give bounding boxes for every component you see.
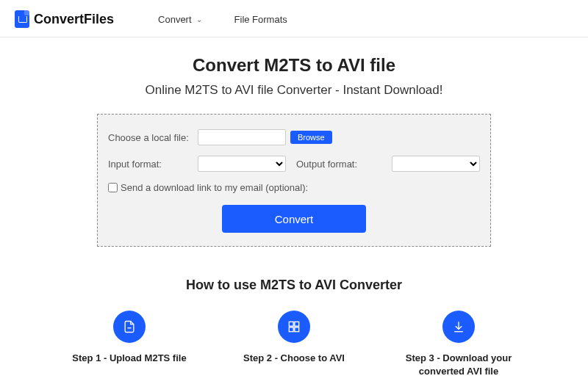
step-3-label: Step 3 - Download your converted AVI fil… bbox=[396, 352, 521, 377]
file-arrow-icon bbox=[15, 10, 29, 28]
svg-rect-0 bbox=[289, 322, 293, 326]
howto-section: How to use M2TS to AVI Converter Step 1 … bbox=[0, 278, 588, 377]
brand-logo[interactable]: ConvertFiles bbox=[15, 10, 114, 28]
main-nav: Convert ⌄ File Formats bbox=[158, 14, 287, 25]
svg-rect-1 bbox=[295, 322, 299, 326]
input-format-label: Input format: bbox=[108, 159, 198, 170]
step-3: Step 3 - Download your converted AVI fil… bbox=[396, 311, 521, 377]
main-content: Convert M2TS to AVI file Online M2TS to … bbox=[0, 37, 588, 384]
nav-file-formats[interactable]: File Formats bbox=[234, 14, 287, 25]
nav-formats-label: File Formats bbox=[234, 14, 287, 25]
nav-convert[interactable]: Convert ⌄ bbox=[158, 14, 202, 25]
file-row: Choose a local file: Browse bbox=[108, 129, 480, 145]
steps-row: Step 1 - Upload M2TS file Step 2 - Choos… bbox=[0, 311, 588, 377]
step-2-label: Step 2 - Choose to AVI bbox=[232, 352, 356, 365]
email-row: Send a download link to my email (option… bbox=[108, 182, 480, 193]
brand-name: ConvertFiles bbox=[34, 12, 114, 27]
page-title: Convert M2TS to AVI file bbox=[0, 55, 588, 76]
upload-icon bbox=[113, 311, 146, 343]
input-format-select[interactable] bbox=[198, 156, 286, 172]
output-format-label: Output format: bbox=[296, 159, 357, 170]
convert-button[interactable]: Convert bbox=[222, 205, 366, 233]
format-row: Input format: Output format: bbox=[108, 156, 480, 172]
step-1: Step 1 - Upload M2TS file bbox=[67, 311, 192, 377]
choose-file-label: Choose a local file: bbox=[108, 132, 198, 143]
conversion-form: Choose a local file: Browse Input format… bbox=[97, 114, 491, 247]
grid-icon bbox=[278, 311, 310, 343]
svg-rect-2 bbox=[289, 327, 293, 332]
step-2: Step 2 - Choose to AVI bbox=[232, 311, 356, 377]
download-icon bbox=[442, 311, 475, 343]
page-subtitle: Online M2TS to AVI file Converter - Inst… bbox=[0, 83, 588, 98]
svg-rect-3 bbox=[295, 327, 299, 332]
chevron-down-icon: ⌄ bbox=[196, 15, 202, 23]
step-1-label: Step 1 - Upload M2TS file bbox=[67, 352, 192, 365]
file-path-input[interactable] bbox=[198, 129, 286, 145]
output-format-select[interactable] bbox=[392, 156, 480, 172]
browse-button[interactable]: Browse bbox=[290, 131, 332, 144]
topbar: ConvertFiles Convert ⌄ File Formats bbox=[0, 0, 588, 37]
nav-convert-label: Convert bbox=[158, 14, 192, 25]
howto-heading: How to use M2TS to AVI Converter bbox=[0, 278, 588, 293]
email-checkbox[interactable] bbox=[108, 183, 118, 192]
email-label: Send a download link to my email (option… bbox=[121, 182, 308, 193]
